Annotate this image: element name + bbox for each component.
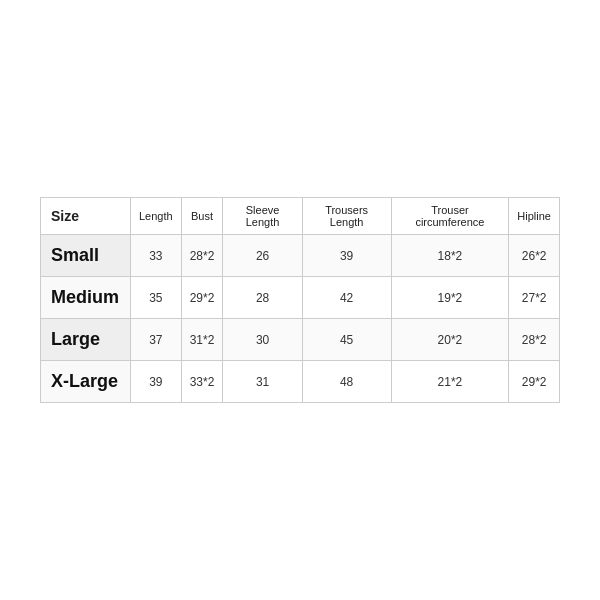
cell-hipline-0: 26*2 [509, 235, 560, 277]
cell-length-3: 39 [131, 361, 182, 403]
cell-length-2: 37 [131, 319, 182, 361]
cell-trousers_length-3: 48 [302, 361, 391, 403]
cell-length-1: 35 [131, 277, 182, 319]
cell-sleeve_length-0: 26 [223, 235, 302, 277]
cell-sleeve_length-2: 30 [223, 319, 302, 361]
cell-sleeve_length-3: 31 [223, 361, 302, 403]
header-size: Size [41, 198, 131, 235]
cell-size-3: X-Large [41, 361, 131, 403]
header-length: Length [131, 198, 182, 235]
cell-size-2: Large [41, 319, 131, 361]
cell-bust-2: 31*2 [181, 319, 223, 361]
header-trousers-length: Trousers Length [302, 198, 391, 235]
table-row: Large3731*2304520*228*2 [41, 319, 560, 361]
cell-trousers_length-0: 39 [302, 235, 391, 277]
table-header-row: Size Length Bust Sleeve Length Trousers … [41, 198, 560, 235]
cell-bust-1: 29*2 [181, 277, 223, 319]
header-bust: Bust [181, 198, 223, 235]
header-sleeve-length: Sleeve Length [223, 198, 302, 235]
cell-hipline-1: 27*2 [509, 277, 560, 319]
cell-bust-0: 28*2 [181, 235, 223, 277]
cell-hipline-3: 29*2 [509, 361, 560, 403]
cell-trouser_circumference-3: 21*2 [391, 361, 509, 403]
size-chart-container: Size Length Bust Sleeve Length Trousers … [40, 197, 560, 403]
size-chart-table: Size Length Bust Sleeve Length Trousers … [40, 197, 560, 403]
cell-trouser_circumference-0: 18*2 [391, 235, 509, 277]
cell-trousers_length-2: 45 [302, 319, 391, 361]
cell-hipline-2: 28*2 [509, 319, 560, 361]
table-row: X-Large3933*2314821*229*2 [41, 361, 560, 403]
cell-trousers_length-1: 42 [302, 277, 391, 319]
header-trouser-circumference: Trouser circumference [391, 198, 509, 235]
cell-size-1: Medium [41, 277, 131, 319]
cell-bust-3: 33*2 [181, 361, 223, 403]
header-hipline: Hipline [509, 198, 560, 235]
table-row: Medium3529*2284219*227*2 [41, 277, 560, 319]
cell-length-0: 33 [131, 235, 182, 277]
cell-trouser_circumference-1: 19*2 [391, 277, 509, 319]
table-row: Small3328*2263918*226*2 [41, 235, 560, 277]
cell-size-0: Small [41, 235, 131, 277]
cell-sleeve_length-1: 28 [223, 277, 302, 319]
cell-trouser_circumference-2: 20*2 [391, 319, 509, 361]
